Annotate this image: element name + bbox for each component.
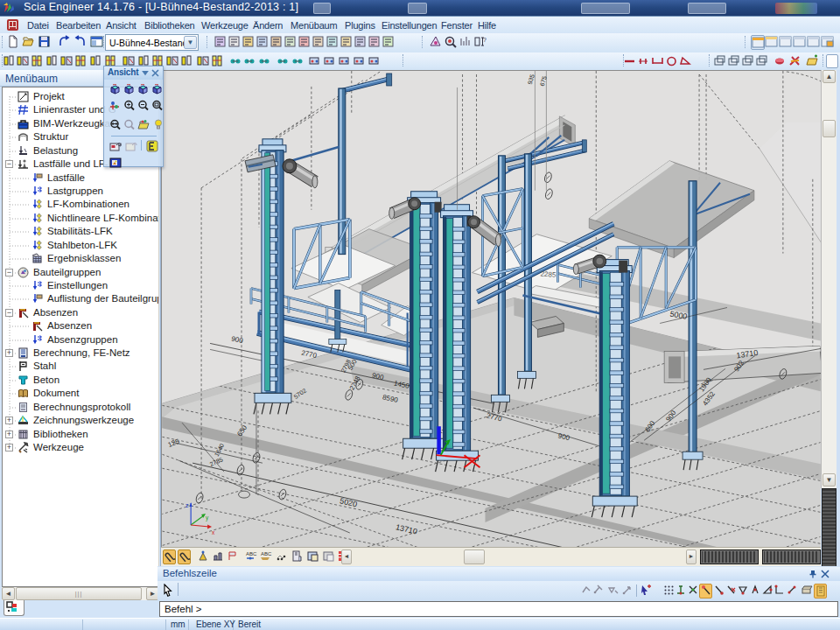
svg-text:ABC: ABC — [246, 551, 257, 556]
svg-text:2285: 2285 — [540, 270, 556, 279]
svg-text:ABC: ABC — [261, 551, 272, 556]
svg-text:?: ? — [483, 37, 486, 43]
svg-text:z: z — [186, 502, 188, 508]
